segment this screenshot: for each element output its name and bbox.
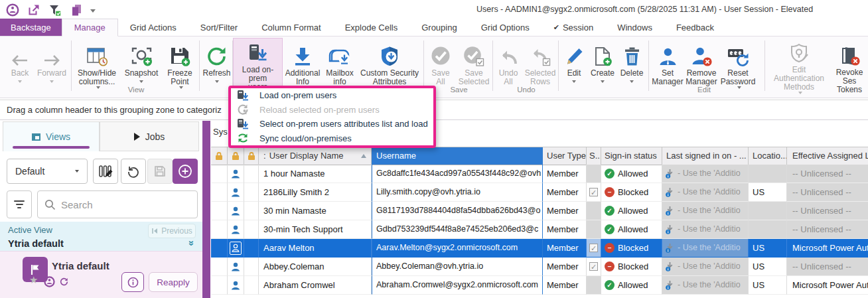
- license-cell[interactable]: Microsoft Power Aut: [787, 239, 868, 258]
- username-cell[interactable]: Aarav.Melton@sygx2.onmicrosoft.com: [372, 239, 543, 258]
- col-header-user-display-name[interactable]: :User Display Name: [259, 147, 372, 165]
- last-signed-in-cell[interactable]: - Use the 'Additio: [662, 202, 749, 220]
- col-header-user-type[interactable]: User Type: [543, 147, 587, 165]
- user-type-cell[interactable]: Member: [543, 202, 587, 220]
- create-button[interactable]: Create: [588, 38, 617, 94]
- sync-flag-cell[interactable]: [587, 276, 601, 295]
- location-cell[interactable]: US: [749, 276, 787, 295]
- license-cell[interactable]: Microsoft Power Aut: [787, 276, 868, 295]
- reset-view-button[interactable]: [121, 159, 146, 184]
- license-cell[interactable]: -- Unlicensed --: [787, 258, 868, 276]
- location-cell[interactable]: [749, 202, 787, 220]
- tab-session[interactable]: Session: [542, 19, 605, 36]
- tab-column-format[interactable]: Column Format: [250, 19, 333, 36]
- revoke-session-tokens-button[interactable]: Revoke Ses Tokens: [831, 38, 868, 94]
- username-cell[interactable]: Abraham.Cromwel@sygx2.onmicrosoft.com: [372, 276, 543, 295]
- signin-status-cell[interactable]: ✓Allowed: [601, 276, 662, 295]
- license-cell[interactable]: -- Unlicensed --: [787, 220, 868, 239]
- table-row[interactable]: Aarav MeltonAarav.Melton@sygx2.onmicroso…: [211, 239, 868, 258]
- lock-column-header-1[interactable]: [211, 147, 228, 165]
- favorite-star-icon[interactable]: ★: [29, 274, 38, 286]
- user-type-cell[interactable]: Member: [543, 183, 587, 202]
- tab-manage[interactable]: Manage: [62, 19, 118, 37]
- menu-item-select-attributes[interactable]: Select on-prem users attributes list and…: [231, 117, 433, 131]
- last-signed-in-cell[interactable]: - Use the 'Additio: [662, 258, 749, 276]
- user-type-cell[interactable]: Member: [543, 276, 587, 295]
- tab-views[interactable]: Views: [3, 121, 100, 151]
- tab-sort-filter[interactable]: Sort/Filter: [188, 19, 250, 36]
- delete-button[interactable]: Delete: [617, 38, 646, 94]
- table-row[interactable]: 1 hour NamasteGc8daffc1fe434acd997a05543…: [211, 165, 868, 183]
- signin-status-cell[interactable]: ✓Allowed: [601, 202, 662, 220]
- user-type-cell[interactable]: Member: [543, 258, 587, 276]
- signin-status-cell[interactable]: ✓Allowed: [601, 220, 662, 239]
- last-signed-in-cell[interactable]: - Use the 'Additio: [662, 276, 749, 295]
- tab-explode-cells[interactable]: Explode Cells: [333, 19, 410, 36]
- reapply-button[interactable]: Reapply: [149, 272, 198, 292]
- last-signed-in-cell[interactable]: - Use the 'Additio: [662, 183, 749, 202]
- sync-flag-cell[interactable]: [587, 258, 601, 276]
- sync-flag-cell[interactable]: [587, 165, 601, 183]
- table-row[interactable]: 2186Lilly Smith 2Lilly.smith.copy@ovh.yt…: [211, 183, 868, 202]
- user-type-cell[interactable]: Member: [543, 220, 587, 239]
- username-cell[interactable]: G8117193d7884404d8fa54dbba626bd43@o: [372, 202, 543, 220]
- lock-column-header-2[interactable]: [228, 147, 244, 165]
- location-cell[interactable]: US: [749, 239, 787, 258]
- sync-flag-cell[interactable]: [587, 183, 601, 202]
- user-display-name-cell[interactable]: Abraham Cromwel: [259, 276, 372, 295]
- filter-check-icon[interactable]: [48, 3, 62, 17]
- user-type-cell[interactable]: Member: [543, 239, 587, 258]
- menu-item-load-onprem-users[interactable]: Load on-prem users: [231, 88, 433, 103]
- location-cell[interactable]: US: [749, 258, 787, 276]
- username-cell[interactable]: Lilly.smith.copy@ovh.ytria.io: [372, 183, 543, 202]
- filter-list-button[interactable]: [7, 190, 32, 218]
- col-header-signin-status[interactable]: Sign-in status: [601, 147, 662, 165]
- user-display-name-cell[interactable]: 1 hour Namaste: [259, 165, 372, 183]
- refresh-button[interactable]: Refresh: [201, 38, 232, 94]
- sync-flag-cell[interactable]: [587, 202, 601, 220]
- user-display-name-cell[interactable]: 30 min Namaste: [259, 202, 372, 220]
- user-display-name-cell[interactable]: 2186Lilly Smith 2: [259, 183, 372, 202]
- edit-button[interactable]: Edit: [561, 38, 587, 94]
- tab-feedback[interactable]: Feedback: [664, 19, 726, 36]
- table-row[interactable]: 30 min NamasteG8117193d7884404d8fa54dbba…: [211, 202, 868, 220]
- last-signed-in-cell[interactable]: - Use the 'Additio: [662, 220, 749, 239]
- menu-item-sync-cloud-onprem[interactable]: Sync cloud/on-premises: [231, 131, 433, 146]
- user-display-name-cell[interactable]: 30-min Tech Support: [259, 220, 372, 239]
- tab-windows[interactable]: Windows: [605, 19, 664, 36]
- search-input[interactable]: [61, 199, 174, 210]
- user-display-name-cell[interactable]: Abbey.Coleman: [259, 258, 372, 276]
- export-share-icon[interactable]: [27, 3, 41, 17]
- search-box[interactable]: [37, 190, 198, 218]
- table-row[interactable]: Abbey.ColemanAbbey.Coleman@ovh.ytria.ioM…: [211, 258, 868, 276]
- sync-flag-cell[interactable]: [587, 239, 601, 258]
- col-header-last-signed-in[interactable]: Last signed in on - ...: [662, 147, 749, 165]
- table-row[interactable]: Abraham CromwelAbraham.Cromwel@sygx2.onm…: [211, 276, 868, 295]
- license-cell[interactable]: -- Unlicensed --: [787, 202, 868, 220]
- tab-grid-options[interactable]: Grid Options: [469, 19, 542, 36]
- location-cell[interactable]: US: [749, 183, 787, 202]
- signin-status-cell[interactable]: ✓Allowed: [601, 165, 662, 183]
- view-info-button[interactable]: [121, 272, 144, 292]
- view-selector-dropdown[interactable]: Default: [7, 159, 88, 184]
- username-cell[interactable]: Gc8daffc1fe434acd997a05543f448c92@ovh: [372, 165, 543, 183]
- lock-column-header-3[interactable]: [244, 147, 259, 165]
- signin-status-cell[interactable]: –Blocked: [601, 239, 662, 258]
- view-card[interactable]: Ytria default ★ Reapply: [0, 251, 202, 298]
- location-cell[interactable]: [749, 165, 787, 183]
- edit-columns-button[interactable]: [93, 159, 118, 184]
- toolbar-options-caret-icon[interactable]: [90, 9, 96, 13]
- ytria-logo-icon[interactable]: [5, 3, 20, 17]
- tab-jobs[interactable]: Jobs: [100, 121, 199, 151]
- location-cell[interactable]: [749, 220, 787, 239]
- user-type-cell[interactable]: Member: [543, 165, 587, 183]
- signin-status-cell[interactable]: –Blocked: [601, 258, 662, 276]
- tab-backstage[interactable]: Backstage: [0, 19, 62, 36]
- copy-pages-icon[interactable]: [69, 3, 84, 17]
- col-header-location[interactable]: Locatio...: [749, 147, 787, 165]
- license-cell[interactable]: -- Unlicensed --: [787, 165, 868, 183]
- tab-grouping[interactable]: Grouping: [409, 19, 469, 36]
- col-header-s[interactable]: S...: [587, 147, 601, 165]
- user-display-name-cell[interactable]: Aarav Melton: [259, 239, 372, 258]
- username-cell[interactable]: Abbey.Coleman@ovh.ytria.io: [372, 258, 543, 276]
